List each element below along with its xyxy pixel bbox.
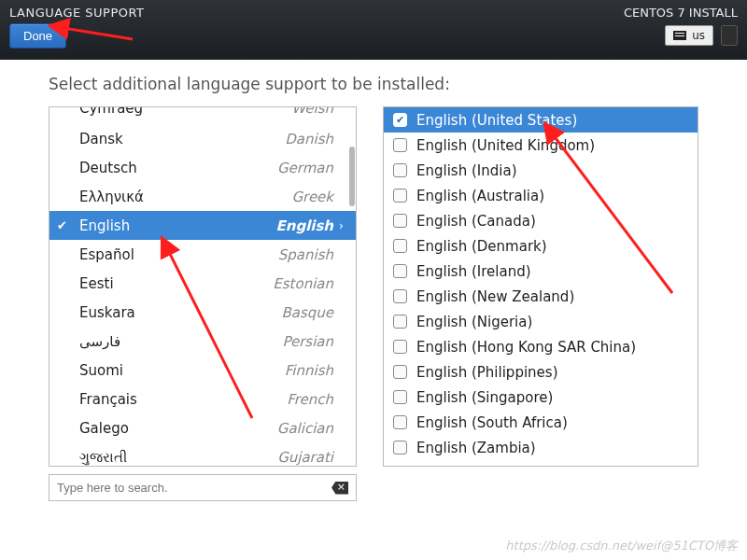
watermark: https://blog.csdn.net/weif@51CTO博客 <box>505 538 738 554</box>
language-row[interactable]: ✔EnglishEnglish› <box>49 211 356 240</box>
language-english: Greek <box>291 189 339 205</box>
variant-label: English (Ireland) <box>416 263 531 280</box>
keyboard-layout-label: us <box>692 29 705 42</box>
language-row[interactable]: EuskaraBasque <box>49 298 356 327</box>
variant-label: English (New Zealand) <box>416 288 574 305</box>
language-english: Danish <box>285 131 339 147</box>
language-native: Galego <box>79 420 277 437</box>
variant-row[interactable]: English (India) <box>384 158 698 183</box>
keyboard-icon <box>673 31 686 40</box>
variant-row[interactable]: ✔English (United States) <box>384 107 698 133</box>
language-row[interactable]: فارسیPersian <box>49 327 356 356</box>
variant-row[interactable]: English (Philippines) <box>384 359 698 385</box>
clear-icon[interactable] <box>331 482 348 495</box>
search-input[interactable] <box>57 481 331 495</box>
language-english: French <box>287 391 339 408</box>
variant-row[interactable]: English (Australia) <box>384 183 698 208</box>
variant-label: English (United Kingdom) <box>416 137 595 154</box>
variant-row[interactable]: English (Nigeria) <box>384 309 698 334</box>
language-native: Euskara <box>79 304 281 321</box>
variant-label: English (Philippines) <box>416 364 557 381</box>
checkbox[interactable] <box>393 415 407 429</box>
checkbox[interactable] <box>393 239 407 253</box>
variant-label: English (Denmark) <box>416 238 547 255</box>
language-english: Galician <box>277 420 339 437</box>
variant-label: English (India) <box>416 162 516 179</box>
language-native: Deutsch <box>79 160 277 176</box>
language-row[interactable]: SuomiFinnish <box>49 356 356 385</box>
variant-list[interactable]: ✔English (United States)English (United … <box>383 106 698 467</box>
variant-row[interactable]: English (United Kingdom) <box>384 133 698 158</box>
checkbox[interactable] <box>393 264 407 278</box>
language-english: Estonian <box>273 275 339 292</box>
variant-row[interactable]: English (Ireland) <box>384 259 698 284</box>
language-native: English <box>79 217 275 234</box>
top-bar: LANGUAGE SUPPORT Done CENTOS 7 INSTALL u… <box>0 0 747 60</box>
language-english: Spanish <box>278 246 339 263</box>
instruction-text: Select additional language support to be… <box>49 75 698 93</box>
variant-label: English (United States) <box>416 112 577 129</box>
language-row[interactable]: DeutschGerman <box>49 153 356 182</box>
variant-row[interactable]: English (New Zealand) <box>384 284 698 309</box>
language-row[interactable]: FrançaisFrench <box>49 385 356 413</box>
search-field[interactable] <box>49 474 357 501</box>
variant-label: English (Singapore) <box>416 389 553 406</box>
variant-label: English (Australia) <box>416 188 544 204</box>
language-english: Persian <box>282 333 339 350</box>
language-english: German <box>277 160 339 176</box>
language-row[interactable]: ΕλληνικάGreek <box>49 182 356 211</box>
language-native: Ελληνικά <box>79 189 291 205</box>
variant-label: English (Zambia) <box>416 440 536 456</box>
variant-row[interactable]: English (Canada) <box>384 208 698 233</box>
variant-label: English (South Africa) <box>416 414 568 431</box>
language-row[interactable]: EestiEstonian <box>49 269 356 298</box>
language-row[interactable]: EspañolSpanish <box>49 240 356 269</box>
language-row[interactable]: GalegoGalician <box>49 413 356 442</box>
language-english: Welsh <box>291 107 339 117</box>
language-english: Basque <box>281 304 339 321</box>
checkbox[interactable] <box>393 289 407 303</box>
variant-row[interactable]: English (Denmark) <box>384 233 698 259</box>
variant-label: English (Canada) <box>416 213 536 230</box>
checkbox[interactable] <box>393 390 407 404</box>
checkbox[interactable] <box>393 189 407 203</box>
variant-row[interactable]: English (Zambia) <box>384 435 698 460</box>
language-list[interactable]: CymraegWelshDanskDanishDeutschGermanΕλλη… <box>49 106 357 467</box>
variant-row[interactable]: English (Singapore) <box>384 385 698 410</box>
language-native: ગુજરાતી <box>79 449 277 466</box>
installer-label: CENTOS 7 INSTALL <box>624 6 738 20</box>
language-native: فارسی <box>79 333 282 350</box>
language-native: Eesti <box>79 275 273 292</box>
checkbox[interactable] <box>393 365 407 379</box>
done-button[interactable]: Done <box>9 23 66 49</box>
language-row[interactable]: DanskDanish <box>49 124 356 153</box>
language-native: Dansk <box>79 131 285 147</box>
page-title: LANGUAGE SUPPORT <box>9 6 145 20</box>
language-row[interactable]: ગુજરાતીGujarati <box>49 442 356 466</box>
variant-label: English (Hong Kong SAR China) <box>416 339 636 356</box>
language-native: Cymraeg <box>79 107 291 117</box>
language-english: English <box>275 217 339 234</box>
language-english: Finnish <box>285 362 339 379</box>
scrollbar-thumb[interactable] <box>349 147 355 206</box>
language-native: Español <box>79 246 278 263</box>
checkbox[interactable] <box>393 441 407 455</box>
checkbox[interactable] <box>393 315 407 329</box>
checkbox[interactable] <box>393 214 407 228</box>
variant-row[interactable]: English (South Africa) <box>384 410 698 435</box>
language-native: Français <box>79 391 287 408</box>
checkbox[interactable] <box>393 340 407 354</box>
check-icon: ✔ <box>57 218 79 232</box>
keyboard-layout-button[interactable]: us <box>665 25 713 46</box>
language-row[interactable]: CymraegWelsh <box>49 107 356 124</box>
language-english: Gujarati <box>277 449 339 466</box>
variant-row[interactable]: English (Hong Kong SAR China) <box>384 334 698 359</box>
checkbox[interactable] <box>393 138 407 152</box>
checkbox[interactable]: ✔ <box>393 113 407 127</box>
language-native: Suomi <box>79 362 285 379</box>
chevron-right-icon: › <box>339 219 352 232</box>
help-button[interactable] <box>721 25 738 46</box>
variant-label: English (Nigeria) <box>416 314 532 330</box>
checkbox[interactable] <box>393 163 407 177</box>
